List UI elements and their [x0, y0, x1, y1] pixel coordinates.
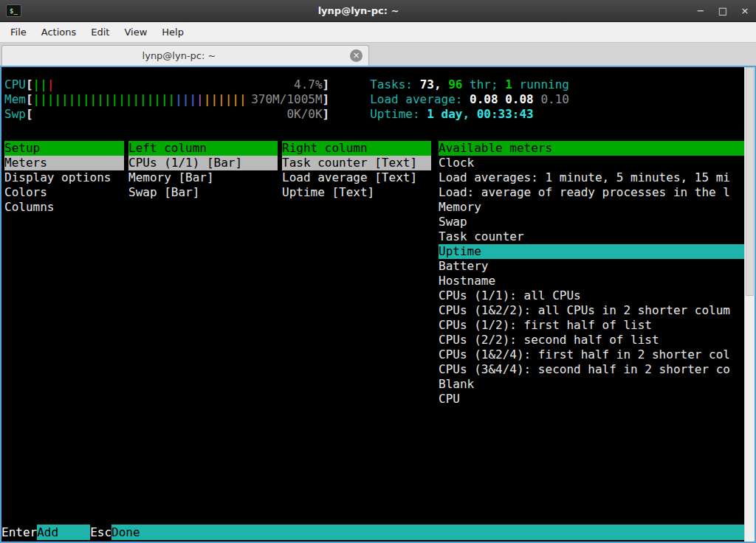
maximize-button[interactable]: □ — [718, 5, 728, 16]
menu-item-view[interactable]: View — [117, 24, 154, 41]
close-button[interactable]: × — [740, 5, 750, 16]
tasks-running-count: 1 — [505, 77, 512, 92]
scrollbar-thumb[interactable] — [746, 67, 754, 296]
uptime-label: Uptime: — [370, 107, 427, 122]
panel-item[interactable]: CPUs (3&4/4): second half in 2 shorter c… — [439, 362, 744, 377]
menu-item-file[interactable]: File — [3, 24, 34, 41]
uptime-line: Uptime: 1 day, 00:33:43 — [370, 107, 534, 122]
cpu-meter-value: 4.7% — [294, 77, 323, 92]
mem-meter: Mem [ |||||||||||||||||||||||||||||| 370… — [4, 92, 329, 107]
tab-close-icon[interactable]: × — [350, 49, 362, 62]
menu-item-edit[interactable]: Edit — [83, 24, 117, 41]
terminal-icon: $_ — [6, 4, 21, 17]
titlebar: $_ lynp@lyn-pc: ~ − □ × — [0, 0, 756, 22]
terminal-screen[interactable]: CPU [ ||| 4.7% ] Tasks: 73, 96 thr; 1 ru… — [1, 67, 744, 542]
uptime-value: 1 day, 00:33:43 — [427, 107, 534, 122]
menu-item-help[interactable]: Help — [154, 24, 191, 41]
window-title: lynp@lyn-pc: ~ — [27, 5, 690, 16]
panel-item[interactable]: Display options — [4, 170, 124, 185]
mem-row: Mem [ |||||||||||||||||||||||||||||| 370… — [4, 92, 744, 107]
mem-close-bracket: ] — [323, 92, 330, 107]
footer-key-enter[interactable]: Enter — [1, 525, 37, 540]
panel-item[interactable]: Meters — [4, 156, 124, 170]
panel-header: Right column — [282, 141, 431, 156]
swp-row: Swp [ 0K/0K ] Uptime: 1 day, 00:33:43 — [4, 107, 744, 122]
swp-meter: Swp [ 0K/0K ] — [4, 107, 329, 122]
mem-meter-bar: |||||||||||||||||||||||||||||| 370M/1005… — [33, 92, 323, 107]
window-controls: − □ × — [695, 5, 750, 16]
panel-item[interactable]: Hostname — [439, 274, 744, 288]
tab-terminal[interactable]: lynp@lyn-pc: ~ × — [1, 45, 369, 66]
minimize-button[interactable]: − — [695, 5, 706, 16]
panel-item[interactable]: Task counter [Text] — [282, 156, 431, 170]
function-bar: EnterAddEscDone — [1, 525, 744, 540]
cpu-meter-label: CPU — [4, 77, 26, 92]
cpu-meter: CPU [ ||| 4.7% ] — [4, 77, 329, 92]
panel-item[interactable]: Load averages: 1 minute, 5 minutes, 15 m… — [439, 170, 744, 185]
mem-meter-value: 370M/1005M — [251, 92, 322, 107]
panel-item[interactable]: CPUs (1/2): first half of list — [439, 318, 744, 333]
panel-item[interactable]: Swap — [439, 215, 744, 229]
panel-item[interactable]: Clock — [439, 156, 744, 170]
footer-action-done[interactable]: Done — [111, 525, 744, 540]
footer-key-esc[interactable]: Esc — [90, 525, 111, 540]
swp-meter-value: 0K/0K — [286, 107, 322, 122]
load-average-15min: 0.10 — [540, 92, 569, 107]
panel-item[interactable]: CPUs (2/2): second half of list — [439, 333, 744, 347]
panel-item[interactable]: Load average [Text] — [282, 170, 431, 185]
swp-open-bracket: [ — [26, 107, 33, 122]
panel-item[interactable]: Colors — [4, 185, 124, 200]
terminal-area: CPU [ ||| 4.7% ] Tasks: 73, 96 thr; 1 ru… — [0, 66, 756, 543]
cpu-meter-bars: ||| — [33, 77, 55, 92]
tasks-thr-label: thr; — [462, 77, 505, 92]
panel-item[interactable]: Battery — [439, 259, 744, 274]
swp-meter-label: Swp — [4, 107, 26, 122]
footer-action-add[interactable]: Add — [37, 525, 90, 540]
cpu-row: CPU [ ||| 4.7% ] Tasks: 73, 96 thr; 1 ru… — [4, 77, 744, 92]
panel-item[interactable]: Task counter — [439, 229, 744, 244]
mem-meter-bars: |||||||||||||||||||||||||||||| — [33, 92, 247, 107]
swp-close-bracket: ] — [323, 107, 330, 122]
mem-meter-label: Mem — [4, 92, 26, 107]
panel-left-column: Left columnCPUs (1/1) [Bar]Memory [Bar]S… — [128, 141, 278, 200]
panel-header: Available meters — [439, 141, 744, 156]
load-average-5min: 0.08 — [505, 92, 540, 107]
menu-item-actions[interactable]: Actions — [34, 24, 84, 41]
swp-meter-bar: 0K/0K — [33, 107, 323, 122]
load-average-label: Load average: — [370, 92, 470, 107]
panels: SetupMetersDisplay optionsColorsColumnsL… — [4, 141, 744, 407]
load-average-1min: 0.08 — [470, 92, 505, 107]
panel-available-meters: Available metersClockLoad averages: 1 mi… — [439, 141, 744, 407]
menubar: FileActionsEditViewHelp — [0, 22, 756, 43]
tasks-line: Tasks: 73, 96 thr; 1 running — [370, 77, 569, 92]
panel-item[interactable]: CPU — [439, 392, 744, 407]
panel-item[interactable]: Memory [Bar] — [128, 170, 278, 185]
panel-header: Left column — [128, 141, 278, 156]
panel-item[interactable]: Uptime [Text] — [282, 185, 431, 200]
scrollbar[interactable] — [744, 67, 755, 542]
panel-item[interactable]: CPUs (1/1): all CPUs — [439, 288, 744, 303]
terminal-window: $_ lynp@lyn-pc: ~ − □ × FileActionsEditV… — [0, 0, 756, 543]
panel-item[interactable]: Load: average of ready processes in the … — [439, 185, 744, 200]
tasks-label: Tasks: — [370, 77, 419, 92]
panel-item[interactable]: Swap [Bar] — [128, 185, 278, 200]
cpu-close-bracket: ] — [323, 77, 330, 92]
cpu-open-bracket: [ — [26, 77, 33, 92]
panel-item[interactable]: Blank — [439, 377, 744, 392]
panel-item[interactable]: Memory — [439, 200, 744, 215]
mem-open-bracket: [ — [26, 92, 33, 107]
panel-item[interactable]: Columns — [4, 200, 124, 215]
panel-item[interactable]: CPUs (1/1) [Bar] — [128, 156, 278, 170]
panel-item[interactable]: CPUs (1&2/4): first half in 2 shorter co… — [439, 347, 744, 362]
panel-right-column: Right columnTask counter [Text]Load aver… — [282, 141, 431, 200]
tab-label: lynp@lyn-pc: ~ — [8, 50, 350, 61]
tasks-running-label: running — [512, 77, 569, 92]
load-average-line: Load average: 0.08 0.08 0.10 — [370, 92, 569, 107]
panel-item[interactable]: CPUs (1&2/2): all CPUs in 2 shorter colu… — [439, 303, 744, 318]
panel-setup: SetupMetersDisplay optionsColorsColumns — [4, 141, 124, 215]
cpu-meter-bar: ||| 4.7% — [33, 77, 323, 92]
tabbar: lynp@lyn-pc: ~ × — [0, 43, 756, 66]
tasks-count: 73, — [420, 77, 449, 92]
panel-item[interactable]: Uptime — [439, 244, 744, 259]
panel-header: Setup — [4, 141, 124, 156]
